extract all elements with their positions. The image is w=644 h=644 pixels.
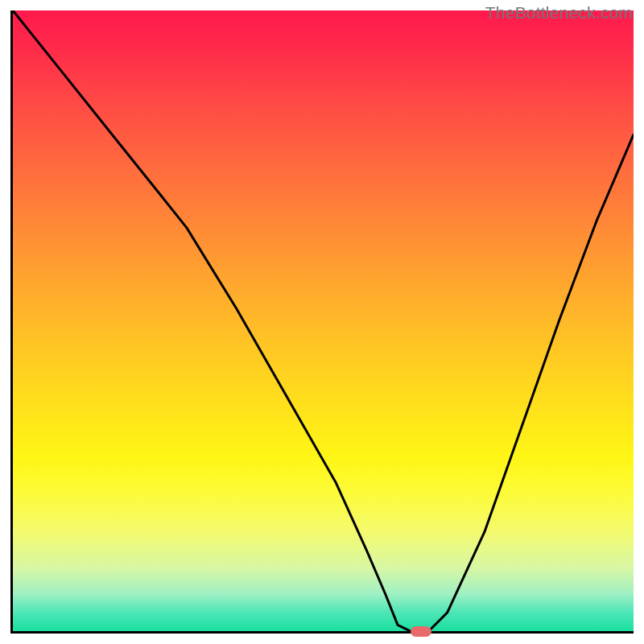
heat-gradient-background bbox=[13, 10, 634, 631]
optimal-marker bbox=[411, 626, 431, 637]
plot-area bbox=[10, 10, 634, 634]
watermark-text: TheBottleneck.com bbox=[485, 3, 633, 23]
bottleneck-chart: TheBottleneck.com bbox=[0, 0, 644, 644]
